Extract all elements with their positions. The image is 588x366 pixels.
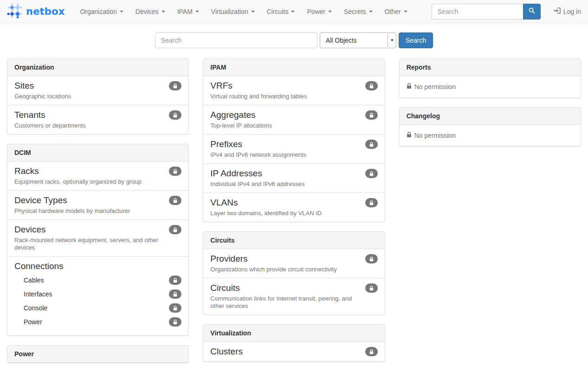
list-item-devices: Devices Rack-mounted network equipment, … bbox=[7, 219, 188, 256]
dashboard-column-2: IPAM VRFs Virtual routing and forwarding… bbox=[196, 58, 392, 366]
navbar-menu-label: Secrets bbox=[344, 8, 366, 15]
sub-item-link[interactable]: Interfaces bbox=[24, 290, 52, 298]
item-title-link[interactable]: Devices bbox=[14, 225, 46, 235]
list-item-aggregates: Aggregates Top-level IP allocations bbox=[203, 105, 384, 134]
item-description: Geographic locations bbox=[14, 93, 181, 100]
panel-ipam: IPAM VRFs Virtual routing and forwarding… bbox=[203, 58, 385, 222]
chevron-down-icon bbox=[120, 11, 123, 13]
lock-icon bbox=[369, 83, 374, 89]
navbar-menu-label: Devices bbox=[136, 8, 159, 15]
navbar-menu-item-ipam[interactable]: IPAM bbox=[171, 0, 205, 23]
item-description: Customers or departments bbox=[14, 122, 181, 129]
connections-sub-list: Cables Interfaces Console Power bbox=[24, 273, 181, 329]
item-title-link[interactable]: Connections bbox=[14, 261, 64, 271]
no-permission-row: No permission bbox=[400, 76, 581, 97]
list-item-providers: Providers Organizations which provide ci… bbox=[203, 249, 384, 278]
item-title-link[interactable]: VRFs bbox=[210, 81, 233, 91]
panel-changelog: Changelog No permission bbox=[399, 107, 581, 147]
navbar-menu-item-secrets[interactable]: Secrets bbox=[338, 0, 378, 23]
item-description: Communication links for Internet transit… bbox=[210, 295, 377, 310]
item-title-link[interactable]: Tenants bbox=[14, 110, 45, 120]
lock-icon bbox=[173, 278, 177, 283]
search-icon bbox=[529, 7, 535, 15]
item-title-link[interactable]: Clusters bbox=[210, 347, 243, 357]
item-title-link[interactable]: Device Types bbox=[14, 195, 67, 205]
panel-organization: Organization Sites Geographic locations … bbox=[7, 58, 189, 135]
sub-item-link[interactable]: Console bbox=[24, 304, 47, 312]
item-title-link[interactable]: Racks bbox=[14, 166, 39, 176]
lock-badge bbox=[169, 81, 181, 90]
login-link[interactable]: Log in bbox=[554, 7, 581, 15]
list-item-ip-addresses: IP Addresses Individual IPv4 and IPv6 ad… bbox=[203, 163, 384, 193]
lock-icon bbox=[173, 83, 177, 89]
lock-icon bbox=[173, 113, 177, 118]
panel-reports: Reports No permission bbox=[399, 58, 581, 98]
global-search-input[interactable] bbox=[155, 32, 317, 48]
item-description: Individual IPv4 and IPv6 addresses bbox=[210, 180, 377, 188]
panel-title: Power bbox=[7, 346, 188, 363]
global-search-button[interactable]: Search bbox=[399, 32, 433, 48]
lock-badge bbox=[365, 110, 378, 120]
list-item-tenants: Tenants Customers or departments bbox=[7, 105, 188, 134]
lock-icon bbox=[369, 257, 374, 262]
navbar-menu-label: IPAM bbox=[177, 8, 193, 15]
lock-icon bbox=[173, 169, 177, 174]
panel-virtualization: Virtualization Clusters bbox=[203, 324, 385, 362]
lock-badge bbox=[365, 140, 378, 149]
navbar-menu-item-virtualization[interactable]: Virtualization bbox=[205, 0, 261, 23]
item-title-link[interactable]: IP Addresses bbox=[210, 168, 262, 179]
netbox-brand[interactable]: netbox bbox=[7, 2, 65, 20]
item-title-link[interactable]: Circuits bbox=[210, 283, 239, 293]
search-scope-wrapper: All Objects bbox=[320, 32, 396, 48]
chevron-down-icon bbox=[291, 11, 295, 13]
navbar-menu-label: Circuits bbox=[267, 8, 289, 15]
item-description: Layer two domains, identified by VLAN ID bbox=[210, 210, 377, 217]
sub-list-item-console: Console bbox=[24, 301, 181, 315]
chevron-down-icon bbox=[195, 11, 199, 13]
lock-icon bbox=[369, 286, 374, 291]
lock-icon bbox=[369, 349, 374, 354]
item-title-link[interactable]: VLANs bbox=[210, 198, 238, 208]
navbar-search-button[interactable] bbox=[523, 4, 541, 19]
panel-circuits: Circuits Providers Organizations which p… bbox=[203, 231, 385, 315]
lock-icon bbox=[173, 320, 177, 325]
panel-title: IPAM bbox=[203, 59, 384, 76]
item-title-link[interactable]: Aggregates bbox=[210, 110, 255, 120]
item-title-link[interactable]: Prefixes bbox=[210, 139, 242, 149]
sub-item-link[interactable]: Power bbox=[24, 318, 42, 326]
lock-badge bbox=[169, 225, 181, 234]
sub-item-link[interactable]: Cables bbox=[24, 276, 44, 284]
navbar-menu: Organization Devices IPAM Virtualization… bbox=[74, 0, 413, 23]
lock-badge bbox=[169, 110, 181, 120]
panel-dcim: DCIM Racks Equipment racks, optionally o… bbox=[7, 144, 189, 336]
navbar-menu-item-other[interactable]: Other bbox=[379, 0, 414, 23]
list-item-racks: Racks Equipment racks, optionally organi… bbox=[7, 161, 188, 190]
item-title-link[interactable]: Providers bbox=[210, 254, 247, 264]
list-item-vlans: VLANs Layer two domains, identified by V… bbox=[203, 193, 384, 222]
lock-badge bbox=[365, 169, 378, 178]
global-search-bar: All Objects Search bbox=[0, 32, 588, 48]
navbar-search-group bbox=[432, 4, 541, 19]
lock-icon bbox=[407, 83, 412, 90]
lock-icon bbox=[369, 171, 374, 176]
panel-title: DCIM bbox=[7, 144, 188, 161]
no-permission-label: No permission bbox=[414, 132, 456, 139]
navbar-menu-item-power[interactable]: Power bbox=[301, 0, 338, 23]
no-permission-row: No permission bbox=[400, 125, 581, 146]
list-item-vrfs: VRFs Virtual routing and forwarding tabl… bbox=[203, 76, 384, 105]
navbar-menu-item-organization[interactable]: Organization bbox=[74, 0, 129, 23]
navbar-search-input[interactable] bbox=[432, 4, 523, 19]
lock-badge bbox=[365, 254, 378, 263]
netbox-logo-icon bbox=[7, 2, 23, 20]
lock-icon bbox=[173, 292, 177, 297]
item-title-link[interactable]: Sites bbox=[14, 81, 34, 91]
navbar-menu-item-circuits[interactable]: Circuits bbox=[261, 0, 301, 23]
chevron-down-icon bbox=[162, 11, 165, 13]
dashboard-columns: Organization Sites Geographic locations … bbox=[0, 58, 588, 366]
lock-badge bbox=[365, 198, 378, 207]
navbar-menu-item-devices[interactable]: Devices bbox=[129, 0, 171, 23]
chevron-down-icon bbox=[328, 11, 332, 13]
search-scope-select[interactable]: All Objects bbox=[320, 32, 396, 48]
panel-power: Power bbox=[7, 345, 189, 363]
lock-badge bbox=[169, 317, 181, 327]
